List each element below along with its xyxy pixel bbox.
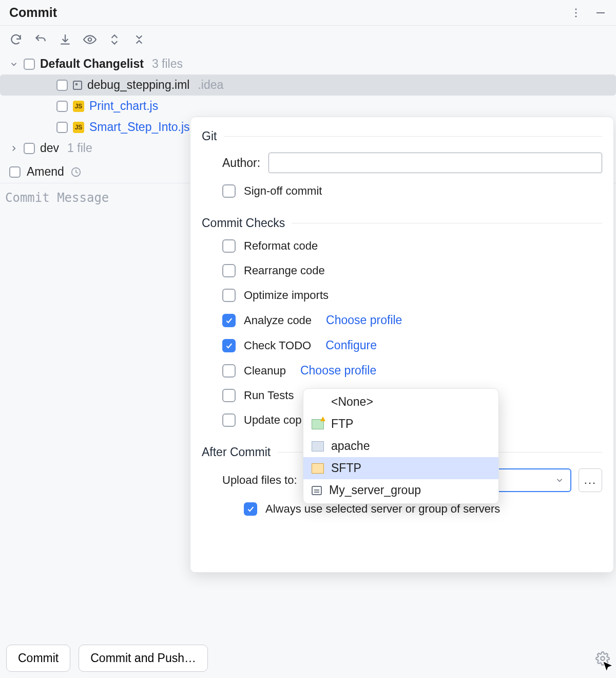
reformat-checkbox[interactable]: [222, 239, 236, 253]
file-path: .idea: [198, 78, 223, 92]
dropdown-item-apache[interactable]: apache: [303, 435, 498, 457]
dev-label: dev: [40, 141, 59, 155]
rollback-icon[interactable]: [34, 33, 47, 46]
author-row: Author:: [222, 153, 602, 173]
svg-point-4: [88, 38, 92, 42]
expand-collapse-icon[interactable]: [108, 33, 121, 46]
analyze-checkbox[interactable]: [222, 314, 236, 327]
cleanup-row[interactable]: Cleanup Choose profile: [222, 364, 602, 378]
rearrange-row[interactable]: Rearrange code: [222, 264, 602, 277]
server-group-icon: [312, 486, 322, 495]
commit-and-push-button[interactable]: Commit and Push…: [79, 645, 208, 672]
signoff-checkbox[interactable]: [222, 184, 236, 198]
rearrange-checkbox[interactable]: [222, 264, 236, 277]
optimize-checkbox[interactable]: [222, 289, 236, 302]
file-checkbox[interactable]: [56, 122, 68, 133]
sftp-icon: [312, 463, 324, 474]
chevron-down-icon[interactable]: [9, 60, 18, 69]
panel-header: Commit: [0, 0, 616, 26]
dropdown-item-ftp[interactable]: FTP: [303, 413, 498, 435]
cleanup-checkbox[interactable]: [222, 364, 236, 378]
dev-checkbox[interactable]: [24, 143, 35, 154]
file-checkbox[interactable]: [56, 80, 68, 91]
todo-row[interactable]: Check TODO Configure: [222, 338, 602, 352]
js-file-icon: JS: [73, 122, 84, 133]
dropdown-item-sftp[interactable]: SFTP: [303, 457, 498, 479]
checks-section-header: Commit Checks: [202, 216, 602, 230]
changelist-node[interactable]: Default Changelist 3 files: [9, 53, 607, 74]
author-input[interactable]: [268, 153, 602, 173]
file-checkbox[interactable]: [56, 101, 68, 112]
upload-more-button[interactable]: ...: [579, 468, 602, 492]
always-use-row[interactable]: Always use selected server or group of s…: [222, 502, 602, 516]
dropdown-item-group[interactable]: My_server_group: [303, 479, 498, 501]
dropdown-item-none[interactable]: <None>: [303, 391, 498, 413]
toolbar: [0, 26, 616, 51]
server-icon: [312, 441, 324, 451]
ftp-icon: [312, 419, 324, 429]
always-use-checkbox[interactable]: [244, 502, 257, 516]
file-name: Print_chart.js: [89, 99, 158, 113]
signoff-label: Sign-off commit: [244, 184, 322, 198]
js-file-icon: JS: [73, 101, 84, 112]
commit-options-popover: Git Author: Sign-off commit Commit Check…: [190, 117, 614, 573]
signoff-row[interactable]: Sign-off commit: [222, 184, 602, 198]
amend-label: Amend: [27, 165, 64, 179]
file-row[interactable]: debug_stepping.iml .idea: [0, 74, 616, 96]
todo-checkbox[interactable]: [222, 339, 236, 352]
changelist-count: 3 files: [152, 57, 183, 71]
minimize-icon[interactable]: [594, 7, 607, 19]
todo-configure-link[interactable]: Configure: [325, 338, 377, 352]
panel-title: Commit: [9, 5, 57, 20]
upload-label: Upload files to:: [222, 474, 297, 487]
git-section-header: Git: [202, 129, 602, 143]
always-use-label: Always use selected server or group of s…: [265, 502, 500, 516]
file-name: Smart_Step_Into.js: [89, 120, 190, 134]
file-row[interactable]: JS Print_chart.js: [9, 96, 607, 117]
more-vertical-icon[interactable]: [570, 7, 582, 19]
analyze-row[interactable]: Analyze code Choose profile: [222, 313, 602, 327]
footer: Commit Commit and Push…: [0, 638, 616, 678]
svg-point-1: [575, 12, 576, 13]
upload-dropdown: <None> FTP apache SFTP My_server_group: [303, 388, 499, 504]
history-icon[interactable]: [70, 166, 82, 178]
author-label: Author:: [222, 156, 260, 170]
update-copyright-checkbox[interactable]: [222, 413, 236, 427]
changelist-checkbox[interactable]: [24, 59, 35, 70]
eye-icon[interactable]: [83, 33, 97, 46]
runtests-checkbox[interactable]: [222, 389, 236, 402]
amend-checkbox[interactable]: [9, 166, 21, 178]
svg-point-2: [575, 15, 576, 17]
mouse-cursor-icon: [601, 660, 615, 677]
refresh-icon[interactable]: [9, 33, 23, 46]
commit-button[interactable]: Commit: [6, 645, 70, 672]
cleanup-profile-link[interactable]: Choose profile: [300, 364, 376, 378]
chevron-right-icon[interactable]: [9, 144, 18, 153]
iml-file-icon: [73, 81, 82, 90]
chevron-down-icon: [555, 476, 564, 485]
svg-point-0: [575, 8, 576, 10]
changelist-label: Default Changelist: [40, 57, 144, 71]
analyze-profile-link[interactable]: Choose profile: [326, 313, 402, 327]
optimize-row[interactable]: Optimize imports: [222, 289, 602, 302]
file-name: debug_stepping.iml: [87, 78, 189, 92]
download-icon[interactable]: [59, 33, 72, 46]
collapse-all-icon[interactable]: [132, 33, 146, 46]
reformat-row[interactable]: Reformat code: [222, 239, 602, 253]
dev-count: 1 file: [67, 141, 92, 155]
